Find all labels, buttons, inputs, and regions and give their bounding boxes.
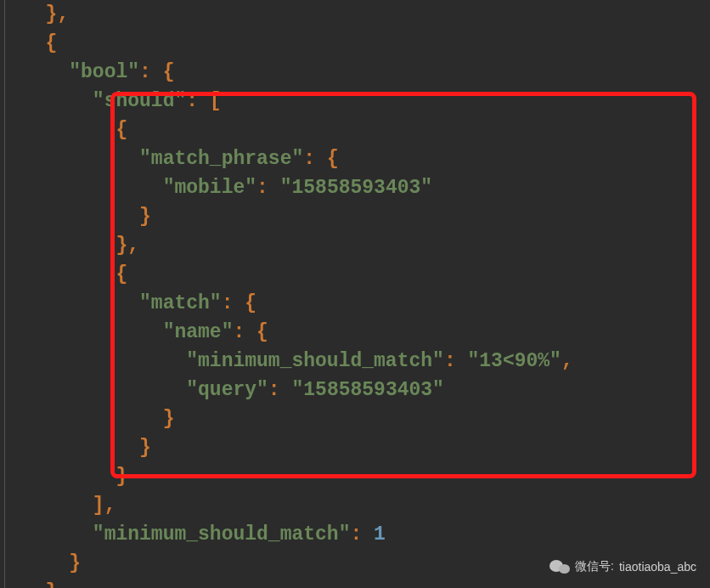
token-punct: : — [233, 321, 256, 343]
code-block: }, { "bool": { "should": [ { "match_phra… — [7, 0, 710, 588]
watermark-id: tiaotiaoba_abc — [619, 560, 696, 574]
token-punct: : — [139, 61, 163, 83]
watermark: 微信号: tiaotiaoba_abc — [549, 559, 696, 574]
token-brace: } — [46, 581, 58, 588]
token-punct: : — [350, 523, 374, 546]
watermark-label: 微信号: — [575, 559, 614, 574]
token-punct: : — [222, 292, 245, 314]
token-punct: , — [561, 350, 573, 372]
token-punct: , — [127, 235, 139, 257]
token-str: "name" — [163, 321, 234, 343]
token-str: "13<90%" — [468, 350, 561, 372]
token-punct: , — [57, 3, 69, 25]
token-str: "match" — [139, 292, 222, 314]
token-brace: ] — [93, 495, 104, 517]
token-brace: { — [256, 321, 268, 343]
token-brace: { — [46, 32, 58, 54]
token-brace: { — [116, 119, 127, 141]
token-str: "query" — [186, 379, 268, 401]
token-str: "should" — [93, 90, 186, 112]
token-num: 1 — [374, 523, 386, 546]
token-str: "match_phrase" — [139, 148, 303, 170]
token-punct: : — [444, 350, 468, 372]
token-punct: : — [186, 90, 210, 112]
gutter-line — [4, 0, 5, 588]
token-str: "15858593403" — [280, 177, 432, 199]
token-brace: } — [69, 552, 81, 574]
token-punct: , — [104, 495, 116, 517]
token-brace: [ — [210, 90, 222, 112]
token-brace: { — [327, 148, 339, 170]
token-brace: } — [116, 466, 127, 488]
token-brace: } — [139, 437, 151, 459]
token-brace: } — [46, 3, 58, 25]
token-brace: { — [245, 292, 256, 314]
token-str: "minimum_should_match" — [186, 350, 444, 372]
token-str: "bool" — [69, 61, 139, 83]
wechat-icon — [549, 560, 570, 574]
token-punct: : — [268, 379, 292, 401]
token-str: "minimum_should_match" — [93, 523, 351, 546]
token-str: "mobile" — [163, 177, 256, 199]
token-brace: } — [116, 235, 127, 257]
code-editor: }, { "bool": { "should": [ { "match_phra… — [0, 0, 710, 588]
token-punct: : — [256, 177, 280, 199]
token-brace: { — [163, 61, 175, 83]
token-brace: { — [116, 263, 127, 286]
token-str: "15858593403" — [291, 379, 443, 401]
token-punct: : — [303, 148, 327, 170]
token-brace: } — [163, 408, 175, 430]
token-brace: } — [139, 206, 151, 228]
